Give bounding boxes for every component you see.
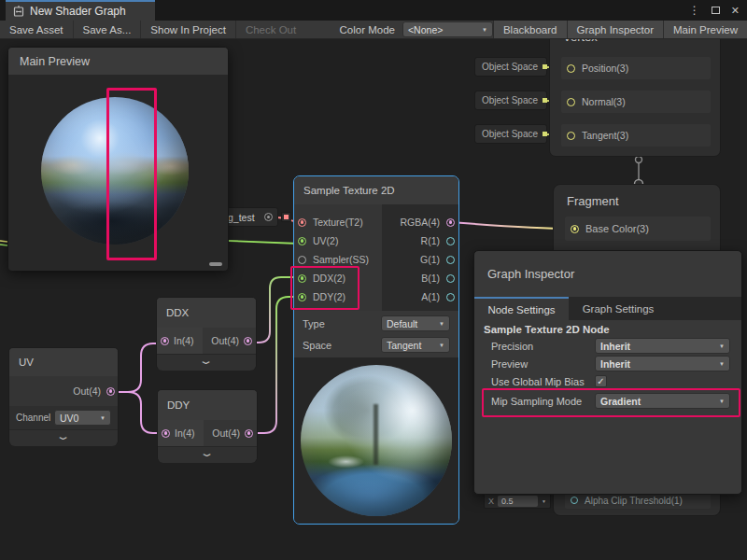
alpha-value-field[interactable]: 0.5 <box>498 496 538 507</box>
channel-label: Channel <box>16 413 51 423</box>
ddy-out-port[interactable] <box>245 429 253 438</box>
tab-node-settings[interactable]: Node Settings <box>474 297 569 320</box>
save-asset-button[interactable]: Save Asset <box>0 21 73 38</box>
wire-uv2-input[interactable] <box>229 241 299 244</box>
graph-inspector-toggle[interactable]: Graph Inspector <box>567 21 663 38</box>
chip-port-icon <box>543 98 547 103</box>
shader-graph-icon <box>13 6 24 17</box>
main-preview-toggle[interactable]: Main Preview <box>663 21 747 38</box>
mip-bias-row: Use Global Mip Bias ✓ <box>474 372 741 390</box>
main-preview-sphere[interactable] <box>41 97 189 245</box>
sample-node-title: Sample Texture 2D <box>294 176 458 204</box>
wire-offscreen-green[interactable] <box>0 245 7 245</box>
property-expand-icon[interactable] <box>264 213 273 221</box>
object-space-chip-normal[interactable]: Object Space <box>474 91 547 110</box>
a-port[interactable] <box>446 293 455 301</box>
r-port[interactable] <box>446 237 455 245</box>
uv-out-port[interactable] <box>106 387 115 396</box>
vertex-row-position[interactable]: Position(3) <box>561 57 711 79</box>
preview-label: Preview <box>474 358 595 370</box>
shader-graph-tab[interactable]: New Shader Graph <box>6 0 155 21</box>
maximize-icon[interactable] <box>712 7 720 14</box>
texture-label: Texture(T2) <box>313 217 363 228</box>
preview-dropdown[interactable]: Inherit▼ <box>595 356 730 371</box>
toolbar-spacer <box>305 21 331 38</box>
type-label: Type <box>303 318 325 329</box>
chevron-down-icon: ⌄ <box>56 430 72 442</box>
save-as-button[interactable]: Save As... <box>73 21 141 38</box>
graph-inspector-panel[interactable]: Graph Inspector Node Settings Graph Sett… <box>473 250 742 495</box>
gtest-output-port[interactable] <box>281 212 291 222</box>
check-icon: ✓ <box>597 377 604 386</box>
alpha-axis-label: X <box>488 497 494 506</box>
sample-node-ports: Texture(T2) UV(2) Sampler(SS) DDX(2) DDY… <box>294 204 458 311</box>
sampler-port[interactable] <box>298 256 306 264</box>
color-mode-dropdown[interactable]: <None> ▼ <box>402 21 493 37</box>
ddx-collapse-button[interactable]: ⌄ <box>157 354 256 371</box>
ddy-port[interactable] <box>298 293 306 301</box>
base-color-row[interactable]: Base Color(3) <box>565 217 711 241</box>
space-dropdown[interactable]: Tangent ▼ <box>381 337 450 353</box>
preview-resize-handle[interactable] <box>209 262 222 266</box>
b-port[interactable] <box>446 274 455 283</box>
color-mode-label: Color Mode <box>332 21 402 38</box>
kebab-menu-icon[interactable]: ⋮ <box>689 5 700 16</box>
ddx-in-port[interactable] <box>161 337 169 345</box>
ddx-out-port[interactable] <box>244 337 252 345</box>
uv-port[interactable] <box>298 237 306 245</box>
fragment-node-title: Fragment <box>554 185 720 217</box>
object-space-chip-tangent[interactable]: Object Space <box>474 124 547 144</box>
ddy-collapse-button[interactable]: ⌄ <box>158 446 257 463</box>
graph-toolbar: Save Asset Save As... Show In Project Ch… <box>0 21 747 39</box>
rgba-port[interactable] <box>446 218 455 227</box>
uv-node[interactable]: UV Out(4) Channel UV0 ▼ ⌄ <box>8 347 119 445</box>
mip-bias-checkbox[interactable]: ✓ <box>595 375 607 387</box>
ddy-in-label: In(4) <box>175 427 195 439</box>
precision-dropdown[interactable]: Inherit▼ <box>595 338 730 354</box>
ddx-node[interactable]: DDX In(4) Out(4) ⌄ <box>156 297 257 370</box>
mip-mode-dropdown[interactable]: Gradient▼ <box>595 393 730 409</box>
wire-offscreen-yellow[interactable] <box>0 241 7 242</box>
chip-port-icon <box>543 132 547 136</box>
main-preview-body <box>8 75 228 271</box>
normal-port[interactable] <box>567 98 575 106</box>
window-buttons: ⋮ ✕ <box>689 0 740 21</box>
alpha-clip-port[interactable] <box>571 497 578 504</box>
tab-title: New Shader Graph <box>30 5 126 18</box>
show-in-project-button[interactable]: Show In Project <box>140 21 235 38</box>
position-port[interactable] <box>567 64 575 73</box>
caret-down-icon: ▼ <box>719 361 725 367</box>
main-preview-panel[interactable]: Main Preview <box>7 47 229 271</box>
g-port[interactable] <box>446 256 455 264</box>
object-space-chip-position[interactable]: Object Space <box>474 57 547 77</box>
main-preview-header[interactable]: Main Preview <box>8 48 228 75</box>
vertex-row-tangent[interactable]: Tangent(3) <box>561 124 711 147</box>
close-icon[interactable]: ✕ <box>731 6 740 16</box>
gtest-property-node[interactable]: g_test <box>220 207 278 227</box>
uv-label: UV(2) <box>313 235 338 246</box>
chevron-down-icon: ⌄ <box>199 355 215 367</box>
uv-collapse-button[interactable]: ⌄ <box>9 429 118 446</box>
tab-graph-settings[interactable]: Graph Settings <box>569 297 668 320</box>
channel-dropdown[interactable]: UV0 ▼ <box>54 410 111 426</box>
sampler-label: Sampler(SS) <box>313 254 369 265</box>
sample-texture-2d-node[interactable]: Sample Texture 2D Texture(T2) UV(2) Samp… <box>293 175 459 525</box>
ddx-port[interactable] <box>298 274 306 283</box>
caret-down-icon: ▼ <box>439 343 444 348</box>
type-dropdown[interactable]: Default ▼ <box>381 315 450 331</box>
base-color-port[interactable] <box>571 225 579 233</box>
caret-down-icon: ▼ <box>100 415 106 421</box>
blackboard-toggle[interactable]: Blackboard <box>493 21 567 38</box>
vertex-node[interactable]: Vertex Position(3) Normal(3) Tangent(3) <box>549 21 721 157</box>
ddy-in-port[interactable] <box>162 429 170 438</box>
ddy-node[interactable]: DDY In(4) Out(4) ⌄ <box>157 389 258 462</box>
gtest-name: g_test <box>228 212 255 223</box>
tangent-port[interactable] <box>567 132 575 140</box>
texture-port[interactable] <box>298 218 306 227</box>
alpha-clip-value-chip[interactable]: X 0.5 ▼ <box>484 493 551 509</box>
tangent-label: Tangent(3) <box>582 130 628 141</box>
precision-label: Precision <box>474 341 595 352</box>
b-label: B(1) <box>421 273 440 284</box>
inspector-tabs: Node Settings Graph Settings <box>474 297 741 320</box>
vertex-row-normal[interactable]: Normal(3) <box>561 91 711 113</box>
